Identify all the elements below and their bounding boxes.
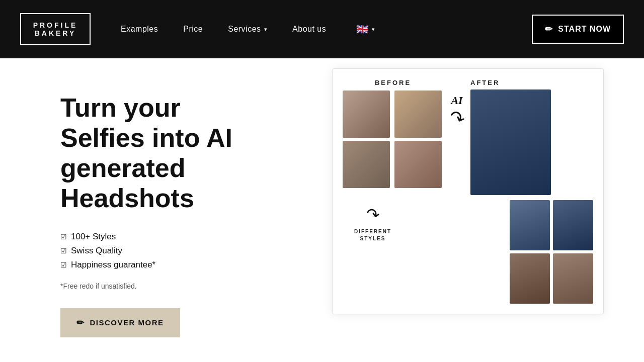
ba-top-row: BEFORE AI ↷ AFTER bbox=[343, 79, 593, 195]
after-photo-1 bbox=[510, 200, 550, 250]
logo[interactable]: PROFILE BAKERY bbox=[20, 13, 91, 45]
discover-wand-icon: ✏ bbox=[76, 317, 85, 328]
feature-item-2: ☑ Swiss Quality bbox=[60, 246, 272, 256]
before-photo-grid bbox=[343, 90, 443, 188]
before-photo-4 bbox=[394, 141, 442, 188]
check-icon-2: ☑ bbox=[60, 247, 67, 255]
flag-icon: 🇬🇧 bbox=[356, 23, 369, 35]
check-icon-1: ☑ bbox=[60, 233, 67, 241]
discover-label: DISCOVER MORE bbox=[90, 318, 164, 327]
nav-services[interactable]: Services ▾ bbox=[228, 25, 267, 34]
chevron-down-icon: ▾ bbox=[264, 26, 268, 33]
before-after-card: BEFORE AI ↷ AFTER bbox=[332, 68, 604, 314]
logo-line2: BAKERY bbox=[35, 29, 76, 37]
after-photo-2 bbox=[553, 200, 593, 250]
hero-title: Turn your Selfies into AI generated Head… bbox=[60, 93, 272, 213]
hero-right: BEFORE AI ↷ AFTER bbox=[302, 58, 644, 362]
after-bottom-section: ↷ DIFFERENT STYLES bbox=[343, 200, 593, 304]
nav-examples[interactable]: Examples bbox=[121, 25, 158, 34]
nav-links: Examples Price Services ▾ About us 🇬🇧 ▾ bbox=[121, 23, 517, 35]
start-now-button[interactable]: ✏ START NOW bbox=[532, 15, 624, 44]
after-photo-3 bbox=[510, 253, 550, 304]
before-photo-1 bbox=[343, 90, 390, 138]
before-section: BEFORE bbox=[343, 79, 443, 188]
before-label: BEFORE bbox=[343, 79, 443, 86]
ai-label: AI bbox=[451, 94, 462, 107]
hero-section: Turn your Selfies into AI generated Head… bbox=[0, 58, 644, 362]
before-photo-3 bbox=[343, 141, 390, 188]
after-photo-grid-container bbox=[510, 200, 593, 304]
after-photo-4 bbox=[553, 253, 593, 304]
before-photo-2 bbox=[394, 90, 442, 138]
after-top-section: AFTER bbox=[470, 79, 551, 195]
start-now-label: START NOW bbox=[558, 25, 611, 34]
down-arrow-icon: ↷ bbox=[364, 204, 381, 225]
feature-item-3: ☑ Happiness guarantee* bbox=[60, 260, 272, 270]
after-photo-grid bbox=[510, 200, 593, 304]
nav-price[interactable]: Price bbox=[183, 25, 203, 34]
different-styles-label: DIFFERENT STYLES bbox=[353, 228, 393, 242]
wand-icon: ✏ bbox=[545, 24, 553, 35]
footnote: *Free redo if unsatisfied. bbox=[60, 282, 272, 290]
discover-more-button[interactable]: ✏ DISCOVER MORE bbox=[60, 308, 180, 337]
after-large-photo bbox=[470, 89, 551, 195]
after-label: AFTER bbox=[470, 79, 500, 86]
language-selector[interactable]: 🇬🇧 ▾ bbox=[356, 23, 375, 35]
features-list: ☑ 100+ Styles ☑ Swiss Quality ☑ Happines… bbox=[60, 232, 272, 274]
curved-arrow-icon: ↷ bbox=[447, 107, 467, 129]
after-left-area: ↷ DIFFERENT STYLES bbox=[353, 205, 393, 242]
nav-about[interactable]: About us bbox=[292, 25, 326, 34]
hero-left: Turn your Selfies into AI generated Head… bbox=[0, 58, 302, 362]
arrow-ai-area: AI ↷ bbox=[449, 79, 464, 127]
feature-item-1: ☑ 100+ Styles bbox=[60, 232, 272, 242]
lang-chevron-icon: ▾ bbox=[372, 26, 375, 33]
logo-line1: PROFILE bbox=[33, 21, 78, 29]
check-icon-3: ☑ bbox=[60, 261, 67, 269]
navbar: PROFILE BAKERY Examples Price Services ▾… bbox=[0, 0, 644, 58]
